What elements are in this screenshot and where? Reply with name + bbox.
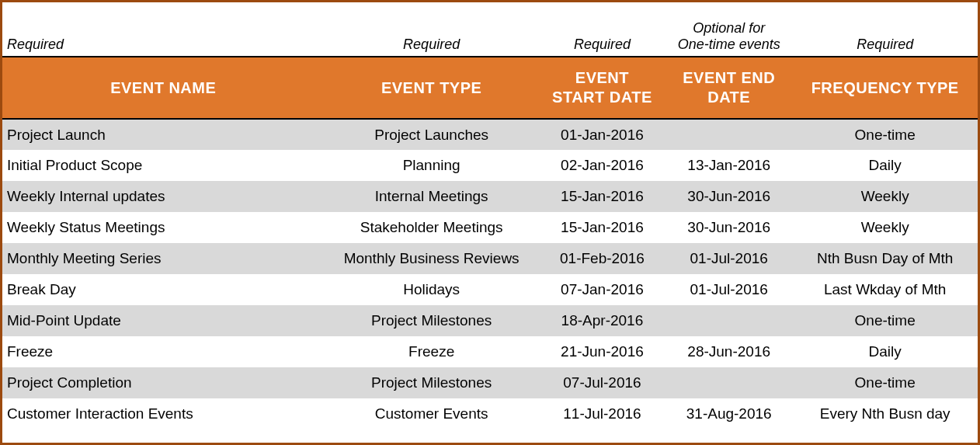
cell-frequency[interactable]: One-time bbox=[792, 367, 978, 398]
cell-event-name[interactable]: Mid-Point Update bbox=[2, 305, 324, 336]
events-table: Required Required Required Optional for … bbox=[2, 2, 978, 429]
cell-event-name[interactable]: Initial Product Scope bbox=[2, 150, 324, 181]
cell-event-name[interactable]: Freeze bbox=[2, 336, 324, 367]
header-start-date-l2: START DATE bbox=[552, 89, 652, 106]
header-end-date-l2: DATE bbox=[707, 89, 750, 106]
table-row: Mid-Point UpdateProject Milestones18-Apr… bbox=[2, 305, 978, 336]
cell-event-type[interactable]: Holidays bbox=[324, 274, 538, 305]
table-row: Break DayHolidays07-Jan-201601-Jul-2016L… bbox=[2, 274, 978, 305]
cell-event-type[interactable]: Project Milestones bbox=[324, 305, 538, 336]
cell-frequency[interactable]: Daily bbox=[792, 150, 978, 181]
cell-event-name[interactable]: Customer Interaction Events bbox=[2, 398, 324, 429]
cell-end-date[interactable] bbox=[665, 119, 792, 150]
cell-start-date[interactable]: 11-Jul-2016 bbox=[539, 398, 665, 429]
cell-frequency[interactable]: One-time bbox=[792, 305, 978, 336]
cell-end-date[interactable]: 30-Jun-2016 bbox=[665, 212, 792, 243]
table-row: FreezeFreeze21-Jun-201628-Jun-2016Daily bbox=[2, 336, 978, 367]
header-start-date: EVENT START DATE bbox=[539, 57, 665, 119]
header-start-date-l1: EVENT bbox=[575, 69, 629, 86]
cell-frequency[interactable]: Nth Busn Day of Mth bbox=[792, 243, 978, 274]
cell-event-type[interactable]: Planning bbox=[324, 150, 538, 181]
hint-event-type: Required bbox=[324, 2, 538, 57]
cell-frequency[interactable]: Weekly bbox=[792, 181, 978, 212]
table-row: Initial Product ScopePlanning02-Jan-2016… bbox=[2, 150, 978, 181]
cell-frequency[interactable]: One-time bbox=[792, 119, 978, 150]
cell-event-name[interactable]: Weekly Internal updates bbox=[2, 181, 324, 212]
hint-end-date-line2: One-time events bbox=[678, 37, 780, 52]
cell-event-type[interactable]: Monthly Business Reviews bbox=[324, 243, 538, 274]
cell-end-date[interactable]: 31-Aug-2016 bbox=[665, 398, 792, 429]
cell-frequency[interactable]: Daily bbox=[792, 336, 978, 367]
cell-end-date[interactable]: 28-Jun-2016 bbox=[665, 336, 792, 367]
cell-event-type[interactable]: Customer Events bbox=[324, 398, 538, 429]
cell-frequency[interactable]: Last Wkday of Mth bbox=[792, 274, 978, 305]
cell-event-name[interactable]: Project Launch bbox=[2, 119, 324, 150]
table-row: Customer Interaction EventsCustomer Even… bbox=[2, 398, 978, 429]
hint-start-date: Required bbox=[539, 2, 665, 57]
cell-event-name[interactable]: Project Completion bbox=[2, 367, 324, 398]
cell-start-date[interactable]: 07-Jul-2016 bbox=[539, 367, 665, 398]
cell-end-date[interactable] bbox=[665, 305, 792, 336]
cell-event-type[interactable]: Freeze bbox=[324, 336, 538, 367]
table-frame: Required Required Required Optional for … bbox=[0, 0, 980, 445]
cell-end-date[interactable]: 30-Jun-2016 bbox=[665, 181, 792, 212]
cell-event-type[interactable]: Project Milestones bbox=[324, 367, 538, 398]
cell-start-date[interactable]: 18-Apr-2016 bbox=[539, 305, 665, 336]
cell-start-date[interactable]: 02-Jan-2016 bbox=[539, 150, 665, 181]
cell-start-date[interactable]: 15-Jan-2016 bbox=[539, 212, 665, 243]
cell-event-type[interactable]: Stakeholder Meetings bbox=[324, 212, 538, 243]
column-header-row: EVENT NAME EVENT TYPE EVENT START DATE E… bbox=[2, 57, 978, 119]
cell-event-name[interactable]: Weekly Status Meetings bbox=[2, 212, 324, 243]
cell-end-date[interactable]: 01-Jul-2016 bbox=[665, 274, 792, 305]
hint-event-name: Required bbox=[2, 2, 324, 57]
cell-end-date[interactable]: 01-Jul-2016 bbox=[665, 243, 792, 274]
header-end-date: EVENT END DATE bbox=[665, 57, 792, 119]
hint-end-date-line1: Optional for bbox=[693, 20, 765, 36]
hint-end-date: Optional for One-time events bbox=[665, 2, 792, 57]
table-row: Project LaunchProject Launches01-Jan-201… bbox=[2, 119, 978, 150]
table-body: Project LaunchProject Launches01-Jan-201… bbox=[2, 119, 978, 429]
header-frequency: FREQUENCY TYPE bbox=[792, 57, 978, 119]
cell-frequency[interactable]: Weekly bbox=[792, 212, 978, 243]
cell-end-date[interactable]: 13-Jan-2016 bbox=[665, 150, 792, 181]
header-event-name: EVENT NAME bbox=[2, 57, 324, 119]
cell-start-date[interactable]: 07-Jan-2016 bbox=[539, 274, 665, 305]
cell-start-date[interactable]: 15-Jan-2016 bbox=[539, 181, 665, 212]
table-row: Monthly Meeting SeriesMonthly Business R… bbox=[2, 243, 978, 274]
cell-end-date[interactable] bbox=[665, 367, 792, 398]
table-row: Weekly Status MeetingsStakeholder Meetin… bbox=[2, 212, 978, 243]
cell-event-type[interactable]: Internal Meetings bbox=[324, 181, 538, 212]
table-row: Project CompletionProject Milestones07-J… bbox=[2, 367, 978, 398]
table-row: Weekly Internal updatesInternal Meetings… bbox=[2, 181, 978, 212]
header-event-type: EVENT TYPE bbox=[324, 57, 538, 119]
cell-start-date[interactable]: 01-Jan-2016 bbox=[539, 119, 665, 150]
cell-frequency[interactable]: Every Nth Busn day bbox=[792, 398, 978, 429]
cell-event-type[interactable]: Project Launches bbox=[324, 119, 538, 150]
cell-event-name[interactable]: Monthly Meeting Series bbox=[2, 243, 324, 274]
header-end-date-l1: EVENT END bbox=[683, 69, 775, 86]
hint-frequency: Required bbox=[792, 2, 978, 57]
cell-start-date[interactable]: 01-Feb-2016 bbox=[539, 243, 665, 274]
cell-start-date[interactable]: 21-Jun-2016 bbox=[539, 336, 665, 367]
cell-event-name[interactable]: Break Day bbox=[2, 274, 324, 305]
column-hint-row: Required Required Required Optional for … bbox=[2, 2, 978, 57]
